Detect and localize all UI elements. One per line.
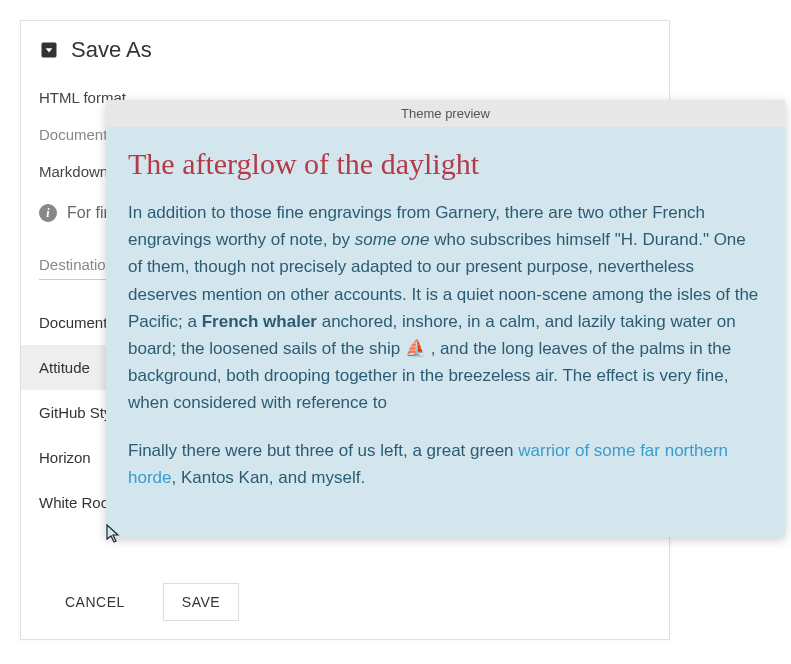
save-button[interactable]: SAVE [163, 583, 239, 621]
text: , Kantos Kan, and myself. [171, 468, 365, 487]
dialog-header: Save As [21, 21, 669, 71]
sailboat-icon: ⛵ [405, 339, 426, 358]
preview-paragraph-2: Finally there were but three of us left,… [128, 437, 763, 491]
info-icon: i [39, 204, 57, 222]
theme-preview-body: The afterglow of the daylight In additio… [106, 127, 785, 537]
save-icon [39, 40, 59, 60]
dialog-footer: CANCEL SAVE [21, 571, 669, 639]
dialog-title: Save As [71, 37, 152, 63]
cancel-button[interactable]: CANCEL [47, 584, 143, 620]
theme-preview-panel: Theme preview The afterglow of the dayli… [106, 100, 785, 537]
text: Finally there were but three of us left,… [128, 441, 518, 460]
preview-title: The afterglow of the daylight [128, 147, 763, 181]
theme-preview-header: Theme preview [106, 100, 785, 127]
emphasis-text: some one [355, 230, 430, 249]
strong-text: French whaler [202, 312, 317, 331]
preview-paragraph-1: In addition to those fine engravings fro… [128, 199, 763, 417]
